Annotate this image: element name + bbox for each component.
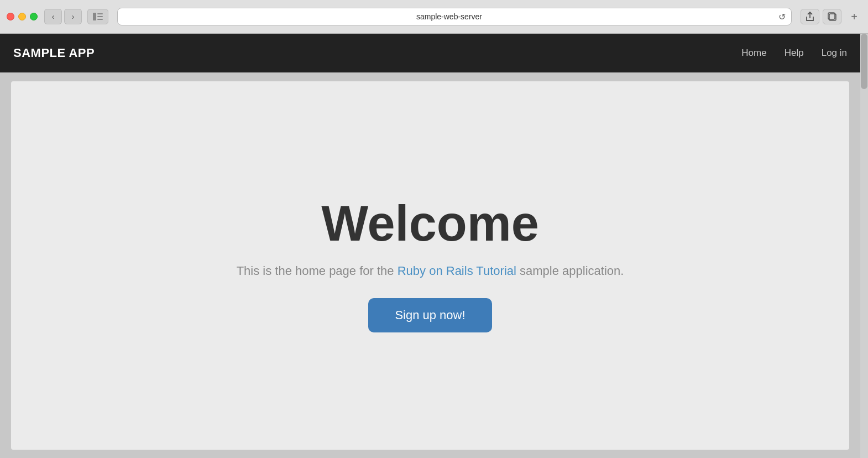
browser-chrome: ‹ › sample-web-server ↺	[0, 0, 868, 34]
nav-home-link[interactable]: Home	[741, 48, 766, 59]
traffic-lights	[7, 13, 38, 20]
share-icon	[806, 12, 814, 22]
url-text: sample-web-server	[123, 12, 775, 21]
sidebar-icon	[93, 13, 103, 20]
hero-subtitle: This is the home page for the Ruby on Ra…	[237, 264, 624, 278]
sidebar-toggle-button[interactable]	[87, 9, 108, 24]
minimize-button[interactable]	[18, 13, 26, 20]
scrollbar-track	[860, 34, 868, 458]
hero-title: Welcome	[321, 199, 539, 248]
share-button[interactable]	[801, 9, 819, 24]
forward-icon: ›	[72, 12, 75, 21]
back-button[interactable]: ‹	[44, 9, 62, 24]
signup-button[interactable]: Sign up now!	[368, 298, 491, 332]
navbar-links: Home Help Log in	[741, 48, 847, 59]
title-bar: ‹ › sample-web-server ↺	[0, 0, 868, 33]
browser-actions	[801, 9, 841, 24]
rails-tutorial-link[interactable]: Ruby on Rails Tutorial	[398, 264, 516, 278]
forward-button[interactable]: ›	[64, 9, 82, 24]
add-tab-button[interactable]: +	[847, 9, 861, 24]
navbar: SAMPLE APP Home Help Log in	[0, 34, 860, 72]
tabs-button[interactable]	[823, 9, 841, 24]
reload-button[interactable]: ↺	[778, 12, 786, 22]
subtitle-after: sample application.	[516, 264, 624, 278]
nav-buttons: ‹ ›	[44, 9, 82, 24]
svg-rect-1	[97, 13, 103, 14]
maximize-button[interactable]	[30, 13, 38, 20]
address-bar[interactable]: sample-web-server ↺	[117, 8, 792, 25]
add-tab-icon: +	[851, 11, 857, 23]
app-content: SAMPLE APP Home Help Log in Welcome This…	[0, 34, 860, 458]
hero-section: Welcome This is the home page for the Ru…	[11, 81, 849, 450]
nav-help-link[interactable]: Help	[785, 48, 804, 59]
svg-rect-3	[97, 19, 103, 20]
tabs-icon	[828, 12, 836, 21]
back-icon: ‹	[52, 12, 55, 21]
scrollbar-thumb[interactable]	[861, 34, 867, 89]
svg-rect-2	[97, 16, 103, 17]
browser-viewport: SAMPLE APP Home Help Log in Welcome This…	[0, 34, 868, 458]
subtitle-before: This is the home page for the	[237, 264, 398, 278]
app-brand[interactable]: SAMPLE APP	[13, 46, 741, 60]
close-button[interactable]	[7, 13, 14, 20]
nav-login-link[interactable]: Log in	[822, 48, 847, 59]
svg-rect-0	[93, 13, 96, 20]
